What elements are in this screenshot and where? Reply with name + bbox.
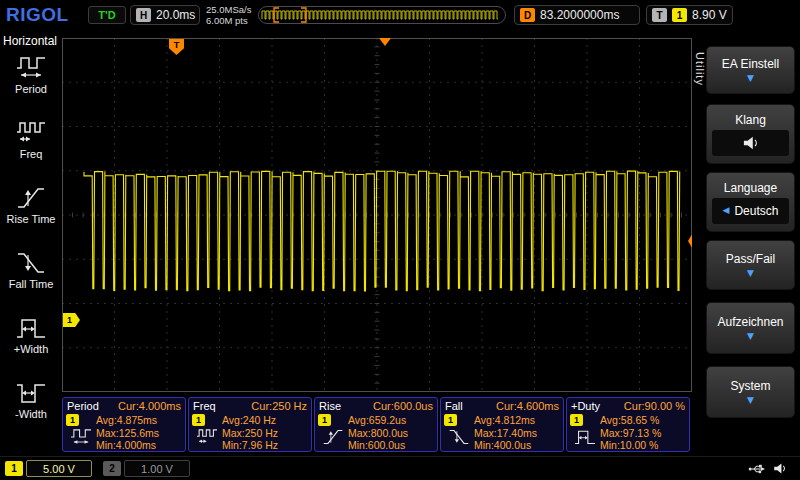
measurement-current: Cur:4.600ms (496, 400, 559, 412)
channel1-marker-label: 1 (67, 315, 72, 325)
trigger-status-badge: T'D (88, 6, 126, 24)
rise-time-icon (14, 184, 48, 212)
menu-item-plus-width[interactable]: +Width (0, 314, 62, 355)
softkey-label: System (730, 379, 770, 393)
softkey-klang[interactable]: Klang (706, 104, 795, 164)
softkey-ea-einstell[interactable]: EA Einstell ▼ (706, 46, 795, 94)
t-badge: T (652, 8, 667, 22)
menu-item-label: +Width (0, 343, 62, 355)
channel-1-scale[interactable]: 5.00 V (26, 460, 92, 477)
rigol-logo: RIGOL (6, 4, 69, 26)
menu-item-minus-width[interactable]: -Width (0, 379, 62, 420)
timebase-value: 20.0ms (156, 8, 195, 22)
measurement-min: Min:10.00 % (600, 439, 687, 452)
measurement-name: Freq (193, 400, 216, 412)
menu-tab-utility: Utility (694, 52, 706, 86)
horizontal-timebase-readout: H 20.0ms (130, 5, 200, 25)
measurement-avg: Avg:240 Hz (222, 414, 309, 427)
measurement-name: Period (67, 400, 99, 412)
softkey-system[interactable]: System ▼ (706, 366, 795, 418)
trigger-readout: T 1 8.90 V (646, 5, 733, 25)
softkey-label: Language (724, 181, 777, 195)
measurement-current: Cur:250 Hz (251, 400, 307, 412)
delay-value: 83.2000000ms (540, 8, 619, 22)
channel-1-badge: 1 (570, 414, 583, 426)
channel-1-badge: 1 (192, 414, 205, 426)
sample-rate: 25.0MSa/s (206, 4, 251, 15)
measurement-panel-period: Period Cur:4.000ms 1 Avg:4.875ms Max:125… (62, 397, 186, 452)
measurement-max: Max:17.40ms (474, 427, 561, 440)
h-badge: H (136, 8, 151, 22)
measurement-current: Cur:90.00 % (624, 400, 685, 412)
measure-menu: Horizontal Period Freq Rise Time Fall Ti… (0, 30, 62, 456)
measurement-avg: Avg:4.875ms (96, 414, 183, 427)
menu-item-period[interactable]: Period (0, 54, 62, 95)
softkey-label: Pass/Fail (726, 252, 775, 266)
measurement-name: Fall (445, 400, 463, 412)
channel-2-scale[interactable]: 1.00 V (124, 460, 190, 477)
language-value: Deutsch (734, 204, 778, 218)
measurement-avg: Avg:4.812ms (474, 414, 561, 427)
sound-value-box (712, 130, 789, 156)
top-status-bar: RIGOL T'D H 20.0ms 25.0MSa/s 6.00M pts D… (0, 0, 800, 30)
measurement-max: Max:97.13 % (600, 427, 687, 440)
scope-screen: RIGOL T'D H 20.0ms 25.0MSa/s 6.00M pts D… (0, 0, 800, 480)
measurement-min: Min:400.0us (474, 439, 561, 452)
measurement-max: Max:125.6ms (96, 427, 183, 440)
menu-item-rise-time[interactable]: Rise Time (0, 184, 62, 225)
menu-item-label: Period (0, 83, 62, 95)
memory-waveform-preview (258, 6, 506, 24)
menu-item-fall-time[interactable]: Fall Time (0, 249, 62, 290)
menu-item-label: Rise Time (0, 213, 62, 225)
measurement-panel-fall: Fall Cur:4.600ms 1 Avg:4.812ms Max:17.40… (440, 397, 564, 452)
measurement-panel-freq: Freq Cur:250 Hz 1 Avg:240 Hz Max:250 Hz … (188, 397, 312, 452)
acquisition-info: 25.0MSa/s 6.00M pts (206, 4, 251, 26)
softkey-label: Klang (735, 113, 766, 127)
memory-preview-svg (260, 7, 504, 23)
softkey-label: EA Einstell (722, 57, 779, 71)
fall-time-icon (446, 427, 472, 447)
channel-1-badge: 1 (66, 414, 79, 426)
speaker-icon (772, 462, 788, 475)
freq-icon (14, 119, 48, 147)
plus-width-icon (14, 314, 48, 342)
menu-item-freq[interactable]: Freq (0, 119, 62, 160)
measurement-name: +Duty (571, 400, 600, 412)
measurement-max: Max:250 Hz (222, 427, 309, 440)
softkey-pass-fail[interactable]: Pass/Fail ▼ (706, 240, 795, 290)
channel-1-badge[interactable]: 1 (5, 461, 23, 476)
measurement-min: Min:7.96 Hz (222, 439, 309, 452)
measurement-avg: Avg:659.2us (348, 414, 435, 427)
memory-depth: 6.00M pts (206, 15, 251, 26)
chevron-down-icon: ▼ (747, 269, 754, 278)
language-value-box: ◀ Deutsch (712, 198, 789, 224)
trigger-source-badge: 1 (672, 8, 687, 22)
chevron-down-icon: ▼ (747, 74, 754, 83)
freq-icon (194, 427, 220, 447)
menu-item-label: Freq (0, 148, 62, 160)
measurement-avg: Avg:58.65 % (600, 414, 687, 427)
measurement-current: Cur:600.0us (373, 400, 433, 412)
softkey-aufzeichnen[interactable]: Aufzeichnen ▼ (706, 302, 795, 354)
softkey-language[interactable]: Language ◀ Deutsch (706, 172, 795, 232)
softkey-label: Aufzeichnen (717, 315, 783, 329)
delay-readout: D 83.2000000ms (514, 5, 640, 25)
chevron-down-icon: ▼ (747, 396, 754, 405)
speaker-icon (741, 135, 761, 151)
chevron-down-icon: ▼ (747, 332, 754, 341)
measurement-max: Max:800.0us (348, 427, 435, 440)
channel-status-bar: 1 5.00 V 2 1.00 V (0, 456, 800, 480)
measurement-name: Rise (319, 400, 341, 412)
channel-1-badge: 1 (444, 414, 457, 426)
menu-item-label: -Width (0, 408, 62, 420)
waveform-display: T 1 T (62, 38, 707, 394)
channel-1-badge: 1 (318, 414, 331, 426)
channel-2-badge[interactable]: 2 (103, 461, 121, 476)
measurement-current: Cur:4.000ms (118, 400, 181, 412)
usb-icon (748, 462, 766, 476)
trigger-position-label: T (174, 40, 180, 50)
d-badge: D (520, 8, 535, 22)
measurement-panel-duty: +Duty Cur:90.00 % 1 Avg:58.65 % Max:97.1… (566, 397, 690, 452)
measure-menu-title: Horizontal (3, 34, 57, 48)
chevron-left-icon: ◀ (723, 206, 730, 215)
